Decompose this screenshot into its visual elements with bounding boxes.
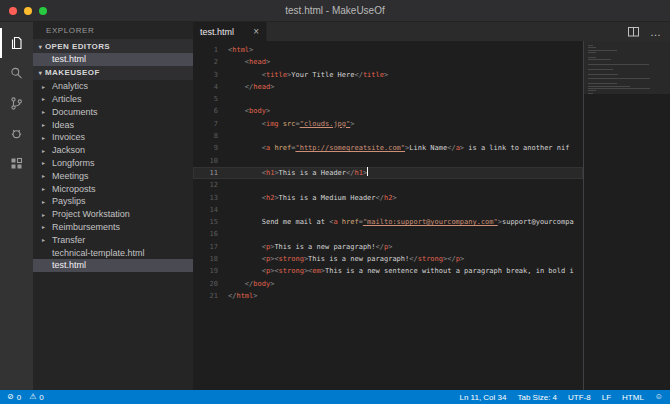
chevron-right-icon: ▸ <box>42 121 52 128</box>
code-line[interactable]: 2 <head> <box>193 56 583 68</box>
code-token: "mailto:support@yourcompany.com" <box>363 218 498 226</box>
code-token <box>228 243 262 251</box>
status-item-eol[interactable]: LF <box>602 393 611 402</box>
section-header[interactable]: ▾MAKEUSEOF <box>33 66 193 80</box>
code-token: > <box>266 107 270 115</box>
error-count: 0 <box>17 393 21 402</box>
item-label: test.html <box>52 54 86 64</box>
activity-bar-item-extensions[interactable] <box>0 148 33 178</box>
line-number: 21 <box>193 290 228 302</box>
section-label: OPEN EDITORS <box>45 42 110 51</box>
code-line[interactable]: 1<html> <box>193 44 583 56</box>
code-token: html <box>236 292 253 300</box>
tab-close-icon[interactable]: × <box>253 27 259 37</box>
editor-area: test.html × … 1<html>2 <head>3 <title>Yo… <box>193 22 670 390</box>
activity-bar-item-debug[interactable] <box>0 118 33 148</box>
code-line[interactable]: 18 <p><strong>This is a new paragraph!</… <box>193 253 583 265</box>
chevron-right-icon: ▸ <box>42 159 52 166</box>
section-header[interactable]: ▾OPEN EDITORS <box>33 39 193 53</box>
warning-icon: ⚠ <box>29 393 36 401</box>
tree-folder[interactable]: ▸Microposts <box>33 182 193 195</box>
more-actions-icon[interactable]: … <box>650 28 661 36</box>
code-token: This is a new sentence without a paragra… <box>325 267 574 275</box>
tree-folder[interactable]: ▸Transfer <box>33 233 193 246</box>
code-line[interactable]: 15 Send me mail at <a href="mailto:suppo… <box>193 216 583 228</box>
tree-file[interactable]: technical-template.html <box>33 246 193 259</box>
code-lines: 1<html>2 <head>3 <title>Your Title Here<… <box>193 44 583 302</box>
activity-bar-item-search[interactable] <box>0 58 33 88</box>
code-line[interactable]: 8 <box>193 130 583 142</box>
code-line[interactable]: 12 <box>193 179 583 191</box>
tree-folder[interactable]: ▸Longforms <box>33 157 193 170</box>
split-editor-icon[interactable] <box>627 25 640 38</box>
code-token: > <box>266 58 270 66</box>
code-token: title <box>266 71 287 79</box>
code-line[interactable]: 10 <box>193 155 583 167</box>
minimize-button[interactable] <box>24 7 32 15</box>
zoom-button[interactable] <box>39 7 47 15</box>
warning-indicator[interactable]: ⚠ 0 <box>29 393 44 402</box>
feedback-icon[interactable]: ☺ <box>655 393 663 401</box>
tab-bar: test.html × … <box>193 22 670 41</box>
tab-test-html[interactable]: test.html × <box>193 22 267 41</box>
code-line[interactable]: 14 <box>193 204 583 216</box>
code-token <box>228 255 262 263</box>
code-line[interactable]: 21</html> <box>193 290 583 302</box>
tree-folder[interactable]: ▸Articles <box>33 93 193 106</box>
code-token: </ <box>354 71 362 79</box>
line-number: 20 <box>193 278 228 290</box>
tree-folder[interactable]: ▸Documents <box>33 105 193 118</box>
code-text: <p><strong>This is a new paragraph!</str… <box>228 253 464 265</box>
code-token: strong <box>279 267 304 275</box>
code-line[interactable]: 19 <p><strong><em>This is a new sentence… <box>193 265 583 277</box>
tree-folder[interactable]: ▸Jackson <box>33 144 193 157</box>
line-number: 18 <box>193 253 228 265</box>
code-line[interactable]: 11 <h1>This is a Header</h1> <box>193 167 583 179</box>
tree-folder[interactable]: ▸Payslips <box>33 195 193 208</box>
tree-folder[interactable]: ▸Ideas <box>33 118 193 131</box>
line-number: 13 <box>193 192 228 204</box>
tree-folder[interactable]: ▸Reimbursements <box>33 221 193 234</box>
code-line[interactable]: 16 <box>193 228 583 240</box>
minimap-line <box>588 47 596 48</box>
minimap[interactable] <box>583 41 670 390</box>
code-line[interactable]: 4 </head> <box>193 81 583 93</box>
code-text: <p>This is a new paragraph!</p> <box>228 241 392 253</box>
code-line[interactable]: 5 <box>193 93 583 105</box>
code-editor[interactable]: 1<html>2 <head>3 <title>Your Title Here<… <box>193 41 583 390</box>
error-indicator[interactable]: ⊘ 0 <box>7 393 21 402</box>
editor-body: 1<html>2 <head>3 <title>Your Title Here<… <box>193 41 670 390</box>
code-line[interactable]: 3 <title>Your Title Here</title> <box>193 69 583 81</box>
tree-folder[interactable]: ▸Invoices <box>33 131 193 144</box>
status-item-encoding[interactable]: UTF-8 <box>568 393 591 402</box>
window-title: test.html - MakeUseOf <box>0 5 670 16</box>
tree-file[interactable]: test.html <box>33 53 193 66</box>
code-token: src <box>283 120 296 128</box>
close-button[interactable] <box>9 7 17 15</box>
status-item-cursor-position[interactable]: Ln 11, Col 34 <box>459 393 506 402</box>
activity-bar-item-explorer[interactable] <box>0 28 33 58</box>
code-token <box>228 120 262 128</box>
item-label: Microposts <box>52 184 96 194</box>
code-line[interactable]: 20 </body> <box>193 278 583 290</box>
status-item-tab-size[interactable]: Tab Size: 4 <box>517 393 557 402</box>
line-number: 14 <box>193 204 228 216</box>
code-line[interactable]: 13 <h2>This is a Medium Header</h2> <box>193 192 583 204</box>
code-line[interactable]: 9 <a href="http://somegreatsite.com">Lin… <box>193 142 583 154</box>
tree-folder[interactable]: ▸Project Workstation <box>33 208 193 221</box>
minimap-line <box>588 88 650 89</box>
code-line[interactable]: 6 <body> <box>193 105 583 117</box>
tree-file[interactable]: test.html <box>33 259 193 272</box>
status-item-language-mode[interactable]: HTML <box>622 393 644 402</box>
chevron-right-icon: ▸ <box>42 211 52 218</box>
tree-folder[interactable]: ▸Analytics <box>33 80 193 93</box>
code-text: </head> <box>228 81 274 93</box>
activity-bar-item-source-control[interactable] <box>0 88 33 118</box>
code-line[interactable]: 17 <p>This is a new paragraph!</p> <box>193 241 583 253</box>
tree-folder[interactable]: ▸Meetings <box>33 169 193 182</box>
line-number: 5 <box>193 93 228 105</box>
chevron-right-icon: ▸ <box>42 95 52 102</box>
line-number: 1 <box>193 44 228 56</box>
code-token <box>228 107 245 115</box>
code-line[interactable]: 7 <img src="clouds.jpg"> <box>193 118 583 130</box>
